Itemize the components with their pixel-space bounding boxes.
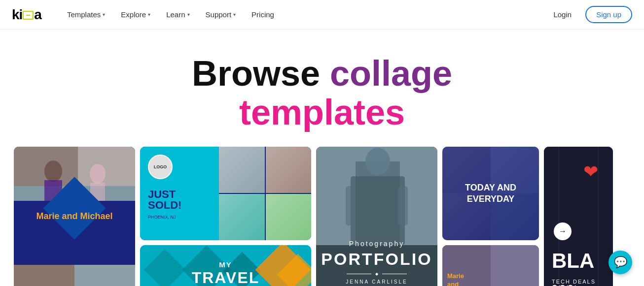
nav-templates[interactable]: Templates ▾	[61, 6, 111, 23]
svg-point-19	[365, 148, 390, 175]
portfolio-title: PORTFOLIO	[321, 250, 432, 269]
templates-gallery: Marie and Michael LOGO JUST SOLD! PHOENI…	[0, 147, 644, 286]
svg-rect-10	[74, 265, 135, 286]
portfolio-sub: Photography	[321, 240, 432, 248]
svg-rect-22	[398, 186, 408, 225]
nav-explore-label: Explore	[121, 10, 146, 19]
re-sold-text: JUST SOLD!	[148, 189, 181, 211]
chevron-down-icon: ▾	[148, 12, 150, 17]
hero-title: Browse collage templates	[0, 54, 644, 132]
divider-line-left	[347, 274, 371, 274]
wedding-names: Marie and Michael	[36, 211, 112, 222]
template-card-portfolio[interactable]: Photography PORTFOLIO ◆ JENNA CARLISLE	[316, 147, 437, 286]
travel-my: MY	[192, 260, 260, 269]
black-friday-text: BLA	[552, 252, 594, 270]
template-card-travel[interactable]: MY TRAVEL	[140, 245, 311, 286]
nav-pricing-label: Pricing	[251, 10, 274, 19]
nav-learn[interactable]: Learn ▾	[160, 6, 195, 23]
template-card-black-friday[interactable]: ❤ → BLA TECH DEALS 〜〜〜	[544, 147, 613, 286]
travel-travel: TRAVEL	[192, 269, 260, 286]
re-city: PHOENIX, NJ	[148, 215, 176, 220]
re-photo-2	[266, 147, 312, 193]
divider-line-right	[382, 274, 407, 274]
login-button[interactable]: Login	[547, 6, 577, 23]
nav-learn-label: Learn	[166, 10, 185, 19]
logo-text-start: ki	[12, 7, 22, 22]
template-card-today[interactable]: TODAY AND EVERYDAY	[442, 147, 539, 240]
today-text: TODAY AND EVERYDAY	[442, 182, 539, 205]
re-photo-3	[219, 194, 265, 240]
portfolio-author: JENNA CARLISLE	[321, 279, 432, 285]
logo[interactable]: kia	[12, 7, 41, 23]
chevron-down-icon: ▾	[187, 12, 190, 17]
re-photo-1	[219, 147, 265, 193]
divider-diamond: ◆	[375, 272, 378, 276]
nav-right: Login Sign up	[547, 6, 632, 23]
hero-section: Browse collage templates	[0, 30, 644, 147]
nav-support[interactable]: Support ▾	[200, 6, 242, 23]
nav-explore[interactable]: Explore ▾	[115, 6, 156, 23]
black-wave-icon: 〜〜〜	[552, 281, 575, 286]
today-overlay: TODAY AND EVERYDAY	[442, 147, 539, 240]
nav-templates-label: Templates	[67, 10, 101, 19]
hero-collage: collage	[330, 54, 452, 93]
svg-rect-2	[78, 147, 135, 186]
portfolio-text: Photography PORTFOLIO ◆ JENNA CARLISLE	[321, 240, 432, 285]
wedding-bottom: Marie and Michael	[14, 201, 135, 286]
heart-icon: ❤	[583, 161, 603, 181]
re-left-panel: LOGO JUST SOLD! PHOENIX, NJ	[140, 147, 219, 240]
svg-rect-21	[346, 186, 356, 225]
hero-browse: Browse	[192, 54, 330, 93]
nav-pricing[interactable]: Pricing	[246, 6, 280, 23]
marie-small-names: MarieandMichael	[447, 272, 471, 286]
travel-text: MY TRAVEL	[192, 260, 260, 286]
hero-templates: templates	[239, 93, 405, 132]
card-col-4: TODAY AND EVERYDAY MarieandMichael	[442, 147, 539, 286]
nav-support-label: Support	[206, 10, 232, 19]
nav-items: Templates ▾ Explore ▾ Learn ▾ Support ▾ …	[61, 6, 547, 23]
logo-box	[23, 11, 34, 20]
chat-bubble-button[interactable]: 💬	[608, 251, 632, 274]
chevron-down-icon: ▾	[233, 12, 236, 17]
chat-icon: 💬	[614, 256, 627, 269]
template-card-real-estate[interactable]: LOGO JUST SOLD! PHOENIX, NJ	[140, 147, 311, 240]
logo-text-end: a	[34, 7, 41, 22]
re-logo: LOGO	[148, 155, 173, 179]
svg-point-4	[44, 160, 62, 182]
signup-button[interactable]: Sign up	[585, 6, 632, 23]
chevron-down-icon: ▾	[103, 12, 105, 17]
portfolio-divider: ◆	[321, 272, 432, 276]
wedding-bottom-strip	[14, 265, 135, 286]
svg-rect-9	[14, 265, 74, 286]
re-right-photos	[219, 147, 311, 240]
template-card-wedding[interactable]: Marie and Michael	[14, 147, 135, 286]
svg-point-6	[90, 164, 106, 184]
re-photo-4	[266, 194, 312, 240]
template-card-marie-small[interactable]: MarieandMichael	[442, 245, 539, 286]
navbar: kia Templates ▾ Explore ▾ Learn ▾ Suppor…	[0, 0, 644, 30]
card-col-2: LOGO JUST SOLD! PHOENIX, NJ	[140, 147, 311, 286]
svg-rect-20	[351, 176, 405, 245]
